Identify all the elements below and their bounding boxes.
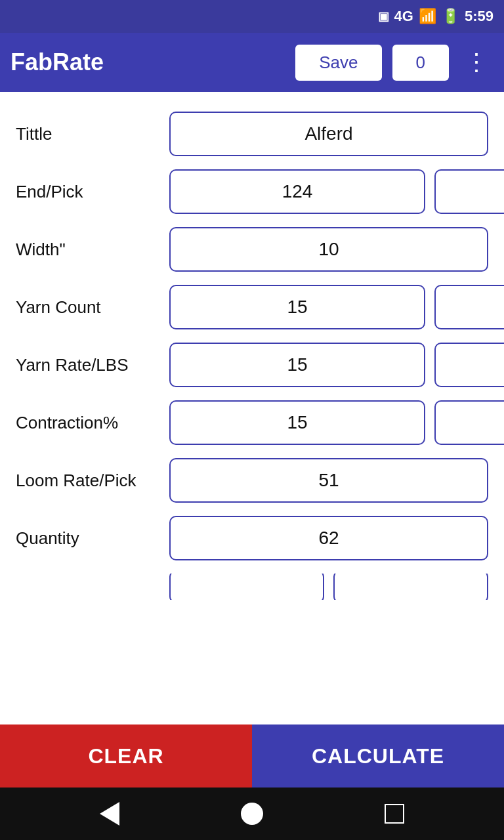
network-indicator: 4G	[394, 8, 413, 25]
loom-rate-row: Loom Rate/Pick	[16, 458, 488, 503]
yarn-count-row: Yarn Count	[16, 285, 488, 329]
contraction-input-2[interactable]	[434, 400, 504, 445]
end-pick-label: End/Pick	[16, 182, 160, 202]
save-button[interactable]: Save	[295, 45, 381, 81]
contraction-input-1[interactable]	[169, 400, 425, 445]
end-pick-input-2[interactable]	[434, 169, 504, 214]
yarn-count-label: Yarn Count	[16, 297, 160, 318]
yarn-count-inputs	[169, 285, 504, 329]
quantity-input[interactable]	[169, 516, 488, 560]
contraction-inputs	[169, 400, 504, 445]
yarn-rate-input-2[interactable]	[434, 343, 504, 387]
partial-input-1	[169, 574, 324, 600]
calculate-button[interactable]: CALCULATE	[252, 724, 504, 788]
contraction-label: Contraction%	[16, 413, 160, 433]
width-row: Width"	[16, 227, 488, 272]
back-icon[interactable]	[100, 802, 119, 826]
yarn-count-input-1[interactable]	[169, 285, 425, 329]
title-input[interactable]	[169, 112, 488, 156]
yarn-rate-inputs	[169, 343, 504, 387]
partial-row	[16, 574, 488, 600]
end-pick-inputs	[169, 169, 504, 214]
app-bar: FabRate Save 0 ⋮	[0, 33, 504, 92]
contraction-row: Contraction%	[16, 400, 488, 445]
status-bar: ▣ 4G 📶 🔋 5:59	[0, 0, 504, 33]
quantity-label: Quantity	[16, 528, 160, 549]
partial-input-2	[333, 574, 488, 600]
menu-icon[interactable]: ⋮	[459, 43, 494, 81]
yarn-rate-row: Yarn Rate/LBS	[16, 343, 488, 387]
loom-rate-label: Loom Rate/Pick	[16, 471, 160, 491]
bottom-buttons: CLEAR CALCULATE	[0, 724, 504, 788]
end-pick-row: End/Pick	[16, 169, 488, 214]
end-pick-input-1[interactable]	[169, 169, 425, 214]
loom-rate-input[interactable]	[169, 458, 488, 503]
time-display: 5:59	[465, 8, 494, 25]
yarn-rate-label: Yarn Rate/LBS	[16, 355, 160, 375]
home-icon[interactable]	[241, 803, 263, 825]
count-button[interactable]: 0	[392, 45, 449, 81]
battery-icon: 🔋	[442, 8, 459, 25]
width-label: Width"	[16, 240, 160, 260]
signal-icon: 📶	[419, 8, 436, 25]
clear-button[interactable]: CLEAR	[0, 724, 252, 788]
title-row: Tittle	[16, 112, 488, 156]
yarn-count-input-2[interactable]	[434, 285, 504, 329]
width-input[interactable]	[169, 227, 488, 272]
title-label: Tittle	[16, 124, 160, 144]
app-title: FabRate	[10, 49, 285, 76]
yarn-rate-input-1[interactable]	[169, 343, 425, 387]
sim-icon: ▣	[378, 9, 389, 24]
main-content: Tittle End/Pick Width" Yarn Count Yarn R…	[0, 92, 504, 724]
nav-bar	[0, 788, 504, 840]
recents-icon[interactable]	[385, 804, 404, 824]
quantity-row: Quantity	[16, 516, 488, 560]
